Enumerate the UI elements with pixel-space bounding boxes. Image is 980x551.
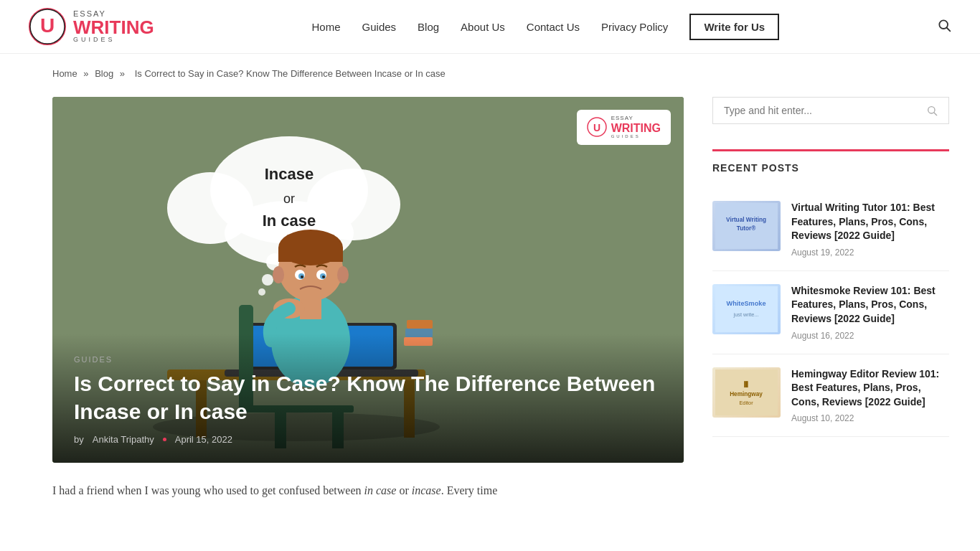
header-search-button[interactable] [937,18,951,36]
svg-line-4 [947,27,951,31]
nav-home[interactable]: Home [312,21,341,33]
recent-post-info-1: Virtual Writing Tutor 101: Best Features… [791,201,949,258]
svg-text:or: or [283,192,295,206]
recent-post-info-2: Whitesmoke Review 101: Best Features, Pl… [791,284,949,341]
logo-icon: U [29,8,66,45]
svg-point-16 [258,288,265,296]
article-category: GUIDES [74,355,662,364]
nav-blog[interactable]: Blog [418,21,439,33]
svg-text:Editor: Editor [739,400,753,406]
body-end: . Every time [441,484,498,496]
content-area: Incase or In case [52,90,928,501]
main-nav: Home Guides Blog About Us Contact Us Pri… [312,14,780,40]
article-author: Ankita Tripathy [93,434,154,445]
recent-post-item[interactable]: WhiteSmoke just write... Whitesmoke Revi… [712,271,949,354]
svg-text:U: U [593,122,600,133]
by-label: by [74,434,84,445]
body-text-start: I had a friend when I was young who used… [52,484,364,496]
main-container: Home » Blog » Is Correct to Say in Case?… [24,54,956,501]
recent-post-title-3[interactable]: Hemingway Editor Review 101: Best Featur… [791,367,949,410]
body-mid: or [396,484,411,496]
svg-text:Hemingway: Hemingway [730,390,763,397]
svg-point-38 [337,266,349,283]
svg-point-37 [273,266,284,283]
svg-text:Incase: Incase [265,165,314,183]
site-header: U ESSAY WRITING GUIDES Home Guides Blog … [0,0,980,54]
svg-text:▐▌: ▐▌ [743,380,750,387]
nav-contact-us[interactable]: Contact Us [527,21,580,33]
logo-writing: WRITING [73,18,154,37]
recent-post-date-2: August 16, 2022 [791,331,949,341]
recent-post-date-1: August 19, 2022 [791,248,949,258]
recent-post-title-2[interactable]: Whitesmoke Review 101: Best Features, Pl… [791,284,949,326]
search-icon [937,18,951,32]
breadcrumb-current: Is Correct to Say in Case? Know The Diff… [135,68,446,79]
recent-post-title-1[interactable]: Virtual Writing Tutor 101: Best Features… [791,201,949,243]
sidebar-search-input[interactable] [724,105,926,116]
watermark-icon: U [587,117,607,137]
article-body: I had a friend when I was young who used… [52,463,684,501]
meta-dot [163,438,166,441]
nav-guides[interactable]: Guides [362,21,397,33]
article-area: Incase or In case [52,97,684,501]
body-italic2: incase [412,484,441,496]
breadcrumb-sep2: » [120,68,125,79]
sidebar-search-icon [926,105,938,116]
nav-privacy-policy[interactable]: Privacy Policy [601,21,668,33]
breadcrumb-blog[interactable]: Blog [95,68,113,79]
svg-point-15 [262,274,273,286]
article-date: April 15, 2022 [175,434,232,445]
watermark-logo: U ESSAY WRITING GUIDES [577,110,671,145]
svg-rect-43 [407,320,433,329]
svg-text:Tutor®: Tutor® [737,225,756,232]
recent-post-thumb-2: WhiteSmoke just write... [712,284,781,334]
image-overlay: GUIDES Is Correct to Say in Case? Know T… [52,334,684,463]
recent-post-item[interactable]: Virtual Writing Tutor® Virtual Writing T… [712,188,949,271]
watermark-text: ESSAY WRITING GUIDES [611,116,661,139]
svg-text:just write...: just write... [733,311,759,318]
svg-rect-51 [715,286,778,332]
svg-rect-30 [278,248,343,262]
svg-text:In case: In case [263,212,316,230]
logo-guides: GUIDES [73,37,154,43]
featured-image: Incase or In case [52,97,684,463]
site-logo[interactable]: U ESSAY WRITING GUIDES [29,8,154,45]
svg-text:Virtual Writing: Virtual Writing [726,217,766,223]
nav-about-us[interactable]: About Us [461,21,505,33]
breadcrumb-home[interactable]: Home [52,68,77,79]
recent-posts-section: RECENT POSTS Virtual Writing Tutor® [712,149,949,437]
breadcrumb: Home » Blog » Is Correct to Say in Case?… [52,54,928,90]
recent-post-date-3: August 10, 2022 [791,413,949,423]
recent-posts-label: RECENT POSTS [712,151,949,188]
svg-point-36 [322,276,325,278]
svg-text:WhiteSmoke: WhiteSmoke [727,300,766,307]
recent-post-thumb-1: Virtual Writing Tutor® [712,201,781,251]
svg-point-35 [301,276,303,278]
article-title-overlay: Is Correct to Say in Case? Know The Diff… [74,369,662,425]
breadcrumb-sep1: » [83,68,88,79]
logo-text: ESSAY WRITING GUIDES [73,10,154,43]
recent-post-thumb-3: ▐▌ Hemingway Editor [712,367,781,418]
svg-line-47 [934,113,937,116]
nav-write-for-us[interactable]: Write for Us [689,14,779,40]
article-meta: by Ankita Tripathy April 15, 2022 [74,434,662,445]
recent-post-info-3: Hemingway Editor Review 101: Best Featur… [791,367,949,424]
sidebar: RECENT POSTS Virtual Writing Tutor® [712,97,949,501]
sidebar-search-box[interactable] [712,97,949,124]
recent-post-item[interactable]: ▐▌ Hemingway Editor Hemingway Editor Rev… [712,354,949,438]
svg-text:U: U [40,14,55,37]
body-italic1: in case [364,484,397,496]
